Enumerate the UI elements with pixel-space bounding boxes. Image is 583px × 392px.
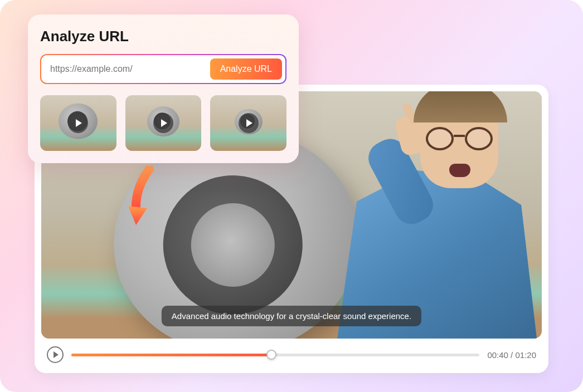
time-display: 00:40 / 01:20 bbox=[487, 350, 536, 360]
thumbnail-2[interactable] bbox=[125, 95, 202, 151]
thumbnail-3[interactable] bbox=[210, 95, 286, 151]
progress-fill bbox=[71, 354, 271, 356]
play-icon bbox=[54, 351, 59, 358]
play-button[interactable] bbox=[47, 346, 64, 363]
app-container: Advanced audio technology for a crystal-… bbox=[0, 0, 583, 392]
presenter-person bbox=[314, 91, 542, 339]
play-icon bbox=[153, 113, 173, 133]
analyze-url-button[interactable]: Analyze URL bbox=[210, 58, 282, 80]
thumbnail-1[interactable] bbox=[40, 95, 116, 151]
play-icon bbox=[239, 113, 259, 133]
panel-title: Analyze URL bbox=[40, 28, 286, 45]
analyze-url-panel: Analyze URL Analyze URL bbox=[28, 14, 299, 163]
player-controls: 00:40 / 01:20 bbox=[41, 339, 542, 365]
url-input[interactable] bbox=[50, 64, 206, 74]
progress-handle[interactable] bbox=[266, 350, 276, 360]
progress-bar[interactable] bbox=[71, 354, 479, 356]
url-input-row: Analyze URL bbox=[40, 54, 286, 84]
glasses-icon bbox=[426, 127, 493, 150]
play-icon bbox=[68, 113, 88, 133]
video-thumbnails bbox=[40, 95, 286, 151]
video-caption: Advanced audio technology for a crystal-… bbox=[162, 306, 421, 326]
